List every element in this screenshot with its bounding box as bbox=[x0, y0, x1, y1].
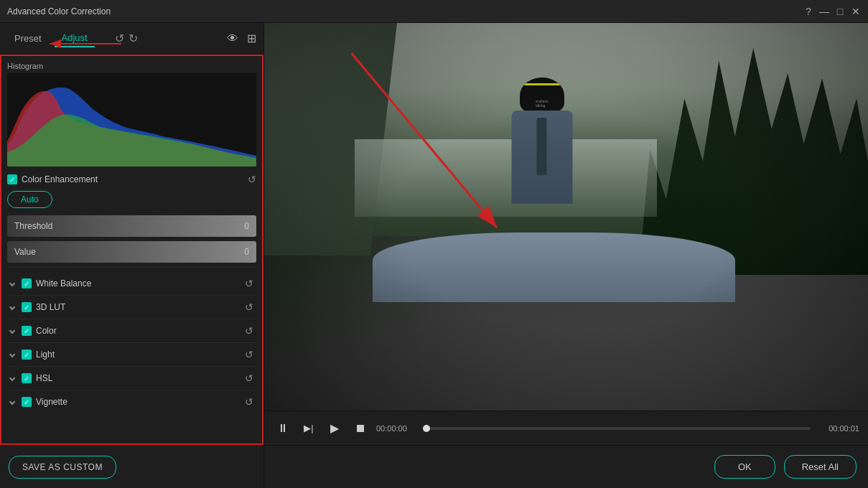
3dlut-item: ✓ 3D LUT ↺ bbox=[7, 296, 256, 319]
titlebar: Advanced Color Correction ? — □ ✕ bbox=[0, 0, 868, 23]
total-time: 00:00:01 bbox=[816, 424, 859, 433]
divider bbox=[7, 267, 256, 268]
right-icons: 👁 ⊞ bbox=[227, 32, 256, 45]
hsl-arrow bbox=[9, 375, 15, 381]
color-enhancement-label: Color Enhancement bbox=[22, 174, 98, 184]
progress-thumb bbox=[423, 425, 430, 432]
play-button[interactable]: ▶ bbox=[325, 418, 345, 438]
color-enhancement-header: ✓ Color Enhancement ↺ bbox=[7, 174, 256, 185]
action-bar: OK Reset All bbox=[264, 445, 868, 488]
undo-redo-group: ↺ ↻ bbox=[115, 32, 138, 45]
threshold-slider[interactable]: Threshold 0 bbox=[7, 215, 256, 237]
compare-button[interactable]: ⊞ bbox=[247, 32, 256, 45]
light-arrow bbox=[9, 352, 15, 357]
stop-button[interactable]: ⏹ bbox=[350, 418, 370, 438]
light-left: ✓ Light bbox=[10, 349, 55, 360]
preset-tab[interactable]: Preset bbox=[7, 30, 49, 47]
vignette-item: ✓ Vignette ↺ bbox=[7, 390, 256, 413]
step-forward-button[interactable]: ▶| bbox=[299, 418, 319, 438]
progress-bar[interactable] bbox=[425, 427, 811, 430]
color-item: ✓ Color ↺ bbox=[7, 319, 256, 343]
light-checkbox[interactable]: ✓ bbox=[22, 349, 32, 360]
color-left: ✓ Color bbox=[10, 326, 57, 336]
pause-button[interactable]: ⏸ bbox=[273, 418, 293, 438]
light-item: ✓ Light ↺ bbox=[7, 343, 256, 367]
minimize-button[interactable]: — bbox=[819, 6, 829, 17]
value-slider[interactable]: Value 0 bbox=[7, 241, 256, 263]
histogram-canvas bbox=[7, 73, 256, 166]
preview-eye-button[interactable]: 👁 bbox=[227, 32, 238, 45]
color-enhancement-reset[interactable]: ↺ bbox=[248, 174, 256, 185]
bottom-bar: SAVE AS CUSTOM bbox=[0, 445, 263, 488]
histogram-section: Histogram bbox=[7, 62, 256, 166]
color-reset[interactable]: ↺ bbox=[245, 325, 253, 337]
value-value: 0 bbox=[244, 247, 249, 257]
window-title: Advanced Color Correction bbox=[7, 6, 803, 17]
light-label: Light bbox=[36, 349, 55, 360]
redo-button[interactable]: ↻ bbox=[129, 32, 138, 45]
color-label: Color bbox=[36, 326, 57, 336]
white-balance-checkbox[interactable]: ✓ bbox=[22, 278, 32, 288]
maximize-button[interactable]: □ bbox=[835, 6, 845, 17]
threshold-label: Threshold bbox=[14, 221, 52, 231]
vignette-reset[interactable]: ↺ bbox=[245, 396, 253, 408]
panel-content: Histogram ✓ Color Enhancement bbox=[0, 55, 263, 445]
close-button[interactable]: ✕ bbox=[851, 6, 861, 17]
color-enhancement-checkbox[interactable]: ✓ bbox=[7, 174, 17, 184]
help-button[interactable]: ? bbox=[803, 6, 813, 17]
video-preview: endlessbiking bbox=[264, 23, 868, 410]
ok-button[interactable]: OK bbox=[714, 455, 775, 479]
3dlut-arrow bbox=[9, 304, 15, 310]
reset-all-button[interactable]: Reset All bbox=[784, 455, 857, 479]
light-reset[interactable]: ↺ bbox=[245, 349, 253, 360]
vignette-left: ✓ Vignette bbox=[10, 397, 67, 407]
auto-button[interactable]: Auto bbox=[7, 191, 52, 208]
white-balance-reset[interactable]: ↺ bbox=[245, 278, 253, 289]
histogram-label: Histogram bbox=[7, 62, 256, 70]
histogram-svg bbox=[7, 73, 256, 166]
video-scene: endlessbiking bbox=[264, 23, 868, 410]
white-balance-item: ✓ White Balance ↺ bbox=[7, 272, 256, 296]
hsl-reset[interactable]: ↺ bbox=[245, 372, 253, 384]
video-controls: ⏸ ▶| ▶ ⏹ 00:00:00 00:00:01 bbox=[264, 410, 868, 445]
value-label: Value bbox=[14, 247, 36, 257]
right-panel: endlessbiking bbox=[264, 23, 868, 488]
3dlut-left: ✓ 3D LUT bbox=[10, 302, 65, 312]
adjust-tab[interactable]: Adjust bbox=[55, 29, 95, 47]
vignette-checkbox[interactable]: ✓ bbox=[22, 397, 32, 407]
main-container: Preset Adjust ↺ ↻ 👁 ⊞ bbox=[0, 23, 868, 488]
vignette-overlay bbox=[264, 23, 868, 410]
color-checkbox[interactable]: ✓ bbox=[22, 326, 32, 336]
section-list: ✓ White Balance ↺ ✓ 3D LUT ↺ bbox=[7, 272, 256, 413]
hsl-item: ✓ HSL ↺ bbox=[7, 367, 256, 390]
threshold-value: 0 bbox=[244, 221, 249, 231]
white-balance-left: ✓ White Balance bbox=[10, 278, 91, 288]
white-balance-arrow bbox=[9, 281, 15, 286]
current-time: 00:00:00 bbox=[376, 424, 419, 433]
vignette-label: Vignette bbox=[36, 397, 67, 407]
3dlut-label: 3D LUT bbox=[36, 302, 65, 312]
3dlut-checkbox[interactable]: ✓ bbox=[22, 302, 32, 312]
undo-button[interactable]: ↺ bbox=[115, 32, 124, 45]
color-arrow bbox=[9, 328, 15, 334]
hsl-left: ✓ HSL bbox=[10, 373, 52, 383]
toolbar: Preset Adjust ↺ ↻ 👁 ⊞ bbox=[0, 23, 263, 55]
hsl-label: HSL bbox=[36, 373, 52, 383]
left-panel: Preset Adjust ↺ ↻ 👁 ⊞ bbox=[0, 23, 264, 488]
hsl-checkbox[interactable]: ✓ bbox=[22, 373, 32, 383]
white-balance-label: White Balance bbox=[36, 278, 91, 288]
window-controls: ? — □ ✕ bbox=[803, 6, 861, 17]
color-enhancement-left: ✓ Color Enhancement bbox=[7, 174, 98, 184]
3dlut-reset[interactable]: ↺ bbox=[245, 301, 253, 313]
save-as-custom-button[interactable]: SAVE AS CUSTOM bbox=[9, 456, 116, 479]
vignette-arrow bbox=[9, 399, 15, 405]
